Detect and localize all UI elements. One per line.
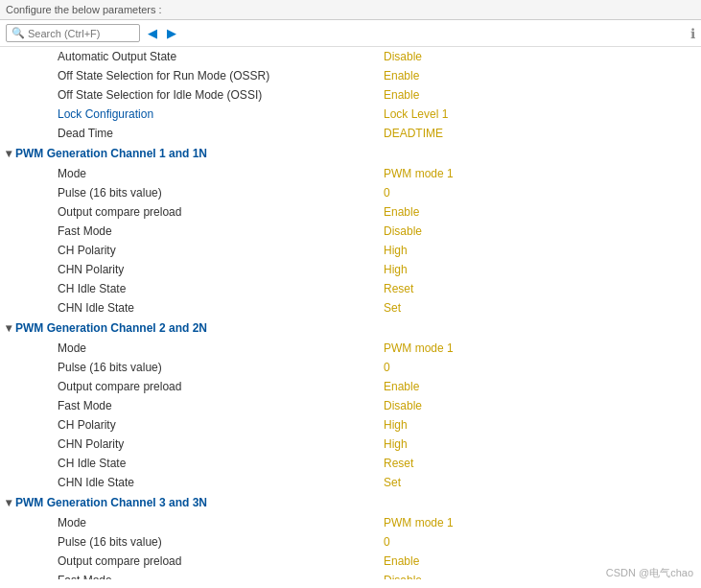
param-label: Lock Configuration — [0, 105, 326, 124]
param-value: High — [326, 241, 701, 260]
search-input-wrapper[interactable]: 🔍 — [6, 24, 140, 42]
param-value: Enable — [326, 66, 701, 85]
param-label: Output compare preload — [0, 377, 326, 396]
table-row[interactable]: CHN PolarityHigh — [0, 435, 701, 454]
table-row[interactable]: CHN Idle StateSet — [0, 298, 701, 318]
table-row[interactable]: CH PolarityHigh — [0, 241, 701, 260]
param-label: CHN Idle State — [0, 473, 326, 492]
table-row[interactable]: CH Idle StateReset — [0, 279, 701, 298]
param-value: High — [326, 435, 701, 454]
param-value: Disable — [326, 47, 701, 66]
table-row[interactable]: Automatic Output StateDisable — [0, 47, 701, 66]
param-label: Automatic Output State — [0, 47, 326, 66]
table-row[interactable]: Dead TimeDEADTIME — [0, 124, 701, 143]
section-header[interactable]: ▾PWM Generation Channel 1 and 1N — [0, 143, 701, 164]
param-value: Enable — [326, 202, 701, 222]
param-label: CHN Polarity — [0, 260, 326, 279]
param-label: Output compare preload — [0, 552, 326, 571]
collapse-icon: ▾ — [6, 321, 12, 335]
param-label: Pulse (16 bits value) — [0, 358, 326, 377]
param-value: Disable — [326, 222, 701, 241]
table-row[interactable]: Output compare preloadEnable — [0, 552, 701, 571]
table-row[interactable]: Off State Selection for Idle Mode (OSSI)… — [0, 85, 701, 105]
prev-button[interactable]: ◀ — [146, 26, 159, 40]
content-area: Automatic Output StateDisableOff State S… — [0, 47, 701, 579]
search-input[interactable] — [28, 28, 134, 39]
param-label: Fast Mode — [0, 222, 326, 241]
param-value: PWM mode 1 — [326, 164, 701, 183]
param-value: PWM mode 1 — [326, 339, 701, 358]
param-label: Mode — [0, 339, 326, 358]
param-label: CHN Polarity — [0, 435, 326, 454]
table-row[interactable]: ModePWM mode 1 — [0, 164, 701, 183]
param-value: 0 — [326, 532, 701, 552]
param-label: CH Polarity — [0, 415, 326, 435]
param-value: Set — [326, 298, 701, 318]
param-label: CHN Idle State — [0, 298, 326, 318]
table-row[interactable]: Fast ModeDisable — [0, 396, 701, 415]
section-header[interactable]: ▾PWM Generation Channel 3 and 3N — [0, 492, 701, 513]
param-label: Mode — [0, 164, 326, 183]
table-row[interactable]: Output compare preloadEnable — [0, 377, 701, 396]
param-value: Lock Level 1 — [326, 105, 701, 124]
table-row[interactable]: Off State Selection for Run Mode (OSSR)E… — [0, 66, 701, 85]
param-value: DEADTIME — [326, 124, 701, 143]
param-value: Reset — [326, 454, 701, 473]
table-row[interactable]: CHN PolarityHigh — [0, 260, 701, 279]
section-header[interactable]: ▾PWM Generation Channel 2 and 2N — [0, 318, 701, 339]
param-label: Off State Selection for Idle Mode (OSSI) — [0, 85, 326, 105]
param-value: Enable — [326, 377, 701, 396]
param-value: 0 — [326, 183, 701, 202]
param-value: Disable — [326, 396, 701, 415]
top-bar-label: Configure the below parameters : — [6, 4, 162, 15]
section-title: PWM Generation Channel 1 and 1N — [15, 147, 207, 160]
table-row[interactable]: Pulse (16 bits value)0 — [0, 532, 701, 552]
table-row[interactable]: ModePWM mode 1 — [0, 513, 701, 532]
table-row[interactable]: Fast ModeDisable — [0, 571, 701, 579]
param-label: Fast Mode — [0, 396, 326, 415]
param-value: Reset — [326, 279, 701, 298]
section-title: PWM Generation Channel 2 and 2N — [15, 321, 207, 335]
table-row[interactable]: Fast ModeDisable — [0, 222, 701, 241]
param-value: High — [326, 260, 701, 279]
param-value: Enable — [326, 85, 701, 105]
param-label: Pulse (16 bits value) — [0, 183, 326, 202]
param-label: Pulse (16 bits value) — [0, 532, 326, 552]
section-title: PWM Generation Channel 3 and 3N — [15, 496, 207, 509]
param-label: CH Idle State — [0, 279, 326, 298]
param-value: PWM mode 1 — [326, 513, 701, 532]
table-row[interactable]: Output compare preloadEnable — [0, 202, 701, 222]
param-value: Set — [326, 473, 701, 492]
param-label: Dead Time — [0, 124, 326, 143]
top-bar: Configure the below parameters : — [0, 0, 701, 20]
param-value: Disable — [326, 571, 701, 579]
param-label: CH Idle State — [0, 454, 326, 473]
table-row[interactable]: ModePWM mode 1 — [0, 339, 701, 358]
table-row[interactable]: Lock ConfigurationLock Level 1 — [0, 105, 701, 124]
param-label: Fast Mode — [0, 571, 326, 579]
table-row[interactable]: Pulse (16 bits value)0 — [0, 183, 701, 202]
param-label: CH Polarity — [0, 241, 326, 260]
param-value: Enable — [326, 552, 701, 571]
table-row[interactable]: CHN Idle StateSet — [0, 473, 701, 492]
param-label: Mode — [0, 513, 326, 532]
search-icon: 🔍 — [12, 27, 25, 39]
param-value: 0 — [326, 358, 701, 377]
collapse-icon: ▾ — [6, 496, 12, 509]
next-button[interactable]: ▶ — [165, 26, 178, 40]
param-label: Output compare preload — [0, 202, 326, 222]
table-row[interactable]: Pulse (16 bits value)0 — [0, 358, 701, 377]
param-label: Off State Selection for Run Mode (OSSR) — [0, 66, 326, 85]
info-button[interactable]: ℹ — [690, 26, 695, 41]
table-row[interactable]: CH Idle StateReset — [0, 454, 701, 473]
search-bar: 🔍 ◀ ▶ ℹ — [0, 20, 701, 47]
collapse-icon: ▾ — [6, 147, 12, 160]
table-row[interactable]: CH PolarityHigh — [0, 415, 701, 435]
param-value: High — [326, 415, 701, 435]
